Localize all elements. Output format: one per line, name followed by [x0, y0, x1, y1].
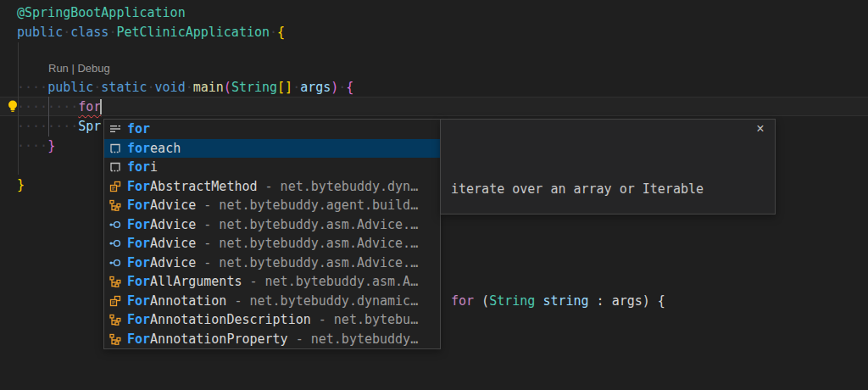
code-token: ········ — [17, 119, 78, 134]
suggest-item[interactable]: ForAllArguments - net.bytebuddy.asm.A… — [104, 272, 440, 292]
code-token: : args) { — [589, 293, 665, 309]
docs-code-line: for (String string : args) { — [451, 292, 765, 310]
code-token: for — [78, 99, 101, 114]
suggest-item-detail: - net.bytebuddy… — [288, 332, 419, 347]
code-token: ········ — [17, 99, 78, 114]
symbol-interface-icon — [108, 218, 122, 231]
symbol-interface-icon — [108, 256, 122, 270]
code-token: { — [346, 80, 353, 95]
code-token: [] — [277, 80, 292, 95]
code-token: } — [17, 177, 25, 192]
suggest-item-detail: - net.bytebuddy.agent.build… — [196, 198, 418, 213]
code-line[interactable]: ········Spr — [17, 117, 101, 136]
suggest-item-label: AbstractMethod — [150, 179, 257, 194]
code-token: ( — [224, 80, 231, 95]
code-line[interactable]: ····} — [17, 136, 55, 156]
suggest-item-match: For — [127, 236, 150, 251]
suggest-item-detail: - net.bytebuddy.asm.Advice.… — [196, 255, 418, 270]
suggest-item[interactable]: ForAnnotationDescription - net.bytebu… — [104, 310, 440, 330]
code-token: public — [17, 25, 63, 40]
code-token: · — [186, 80, 193, 95]
code-editor[interactable]: @SpringBootApplicationpublic·class·PetCl… — [0, 0, 868, 390]
code-token: String — [489, 293, 535, 309]
code-token: · — [63, 25, 70, 40]
code-line[interactable]: } — [17, 176, 25, 195]
suggest-item-match: For — [127, 255, 150, 270]
suggest-item-match: for — [127, 141, 150, 156]
code-token: ···· — [17, 80, 47, 95]
suggest-item-match: For — [127, 274, 150, 289]
codelens-debug-link[interactable]: Debug — [77, 62, 109, 75]
code-token: static — [101, 80, 147, 95]
suggest-widget: forforeachforiForAbstractMethod - net.by… — [103, 119, 441, 349]
code-token: for — [451, 293, 474, 309]
code-token: args — [300, 80, 331, 95]
suggest-item-match: For — [127, 217, 150, 232]
code-token: void — [155, 80, 186, 95]
code-token: String — [231, 80, 277, 95]
suggest-item-label: Advice — [150, 217, 196, 232]
suggest-item-detail: - net.bytebu… — [311, 312, 418, 327]
symbol-snippet-icon — [108, 160, 122, 174]
suggest-item[interactable]: ForAnnotationProperty - net.bytebuddy… — [104, 330, 440, 349]
code-token: · — [338, 80, 346, 95]
suggest-docs-panel: × iterate over an array or Iterable for … — [440, 119, 776, 214]
symbol-snippet-icon — [108, 142, 122, 155]
code-token: } — [47, 138, 55, 153]
text-cursor — [100, 99, 102, 114]
code-token: · — [292, 80, 300, 95]
code-token: · — [93, 80, 101, 95]
suggest-item-label: Advice — [150, 255, 196, 270]
code-token: PetClinicApplication — [116, 25, 270, 40]
code-token: string — [542, 293, 588, 309]
suggest-item[interactable]: for — [104, 120, 440, 139]
suggest-item-detail: - net.bytebuddy.asm.Advice.… — [196, 217, 418, 232]
symbol-reference-icon — [108, 198, 122, 212]
code-line[interactable]: ····public·static·void·main(String[]·arg… — [17, 78, 353, 98]
suggest-item[interactable]: ForAnnotation - net.bytebuddy.dynamic… — [104, 292, 440, 311]
code-line[interactable]: public·class·PetClinicApplication·{ — [17, 23, 285, 42]
codelens: Run | Debug — [48, 61, 110, 76]
suggest-item-label: Annotation — [150, 293, 226, 309]
suggest-item-match: For — [127, 293, 150, 309]
code-token: Spr — [78, 119, 101, 134]
code-line[interactable]: ········for — [17, 98, 101, 117]
suggest-item-label: AnnotationDescription — [150, 312, 311, 327]
suggest-item-match: For — [127, 179, 150, 194]
symbol-reference-icon — [108, 313, 122, 326]
suggest-item-match: For — [127, 198, 150, 213]
suggest-item-match: For — [127, 332, 150, 347]
suggest-item[interactable]: ForAdvice - net.bytebuddy.agent.build… — [104, 196, 440, 215]
close-icon[interactable]: × — [753, 121, 768, 136]
suggest-item-label: each — [150, 141, 181, 156]
codelens-run-link[interactable]: Run — [48, 62, 69, 75]
suggest-item[interactable]: ForAdvice - net.bytebuddy.asm.Advice.… — [104, 254, 440, 273]
code-token: ···· — [17, 138, 47, 153]
suggest-item-label: AllArguments — [150, 274, 242, 289]
code-token: ( — [474, 293, 489, 309]
code-line[interactable]: @SpringBootApplication — [17, 3, 186, 23]
suggest-item-match: for — [127, 121, 150, 136]
symbol-keyword-icon — [108, 122, 122, 136]
codelens-separator: | — [69, 62, 78, 75]
suggest-item-detail: - net.bytebuddy.asm.A… — [242, 274, 418, 289]
suggest-item-match: for — [127, 159, 150, 175]
suggest-item-label: AnnotationProperty — [150, 332, 288, 347]
suggest-item-detail: - net.bytebuddy.dyn… — [258, 179, 419, 194]
code-token: · — [270, 25, 277, 40]
suggest-item-label: i — [150, 159, 158, 175]
code-token: class — [70, 25, 108, 40]
suggest-item-detail: - net.bytebuddy.asm.Advice.… — [196, 236, 418, 251]
code-token: · — [147, 80, 155, 95]
symbol-class-icon — [108, 180, 122, 193]
symbol-class-icon — [108, 294, 122, 308]
code-token: main — [193, 80, 224, 95]
suggest-item-selected[interactable]: foreach — [104, 139, 440, 159]
suggest-item[interactable]: ForAdvice - net.bytebuddy.asm.Advice.… — [104, 215, 440, 235]
lightbulb-icon[interactable] — [5, 98, 20, 114]
code-token: public — [47, 80, 93, 95]
code-token: @SpringBootApplication — [17, 5, 186, 20]
suggest-item[interactable]: ForAdvice - net.bytebuddy.asm.Advice.… — [104, 234, 440, 254]
suggest-item[interactable]: fori — [104, 158, 440, 177]
suggest-item[interactable]: ForAbstractMethod - net.bytebuddy.dyn… — [104, 177, 440, 197]
